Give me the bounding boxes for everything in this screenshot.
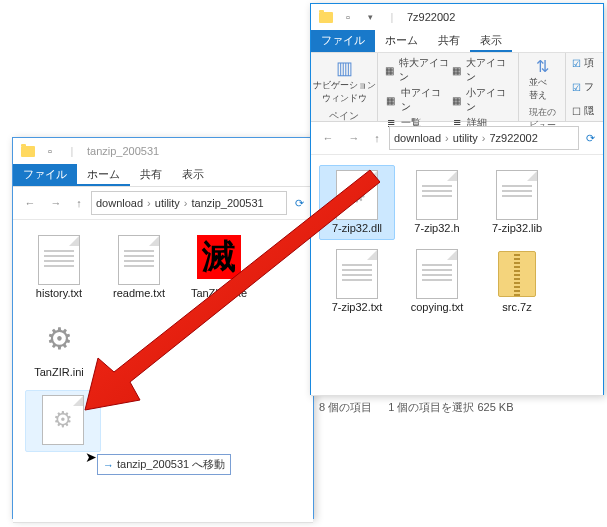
title-bar[interactable]: ▫ | tanzip_200531 xyxy=(13,138,313,164)
dll-file-icon: ⚙ xyxy=(336,170,378,220)
file-item[interactable]: 滅 TanZIR.exe xyxy=(181,230,257,305)
file-list[interactable]: history.txt readme.txt 滅 TanZIR.exe ⚙ Ta… xyxy=(13,220,313,522)
sort-icon: ⇅ xyxy=(536,57,549,76)
address-input[interactable]: download› utility› 7z922002 xyxy=(389,126,579,150)
tab-share[interactable]: 共有 xyxy=(428,30,470,52)
qat-icon[interactable]: ▫ xyxy=(39,140,61,162)
file-item[interactable]: 7-zip32.lib xyxy=(479,165,555,240)
file-item[interactable]: history.txt xyxy=(21,230,97,305)
file-item[interactable]: 7-zip32.txt xyxy=(319,244,395,319)
title-bar[interactable]: ▫ ▾ | 7z922002 xyxy=(311,4,603,30)
file-item[interactable]: readme.txt xyxy=(101,230,177,305)
tab-view[interactable]: 表示 xyxy=(470,30,512,52)
file-list[interactable]: ⚙ 7-zip32.dll 7-zip32.h 7-zip32.lib 7-zi… xyxy=(311,155,603,395)
breadcrumb-seg[interactable]: download xyxy=(394,132,441,144)
move-arrow-icon: → xyxy=(103,459,114,471)
folder-icon xyxy=(17,140,39,162)
drag-tooltip: → tanzip_200531 へ移動 xyxy=(97,454,231,475)
qat-divider: | xyxy=(61,140,83,162)
file-item[interactable]: copying.txt xyxy=(399,244,475,319)
status-count: 8 個の項目 xyxy=(319,400,372,415)
ini-file-icon: ⚙ xyxy=(35,314,83,362)
nav-forward-button[interactable]: → xyxy=(343,127,365,149)
view-s-button[interactable]: ▦小アイコン xyxy=(450,85,512,115)
status-bar: 4 個の項目 xyxy=(13,522,313,527)
address-bar: ← → ↑ download› utility› 7z922002 ⟳ xyxy=(311,122,603,155)
nav-up-button[interactable]: ↑ xyxy=(71,192,87,214)
breadcrumb-seg[interactable]: tanzip_200531 xyxy=(192,197,264,209)
qat-divider: | xyxy=(381,6,403,28)
tab-view[interactable]: 表示 xyxy=(172,164,214,186)
drag-ghost-item: ⚙ xyxy=(25,390,101,452)
nav-pane-button[interactable]: ▥ ナビゲーション ウィンドウ xyxy=(317,55,371,107)
header-file-icon xyxy=(416,170,458,220)
lib-file-icon xyxy=(496,170,538,220)
view-l-button[interactable]: ▦大アイコン xyxy=(450,55,512,85)
dll-file-icon: ⚙ xyxy=(42,395,84,445)
option-check[interactable]: ☑フ xyxy=(572,79,597,95)
status-bar: 8 個の項目 1 個の項目を選択 625 KB xyxy=(311,395,603,418)
folder-icon xyxy=(315,6,337,28)
file-item[interactable]: ⚙ 7-zip32.dll xyxy=(319,165,395,240)
sort-button[interactable]: ⇅ 並べ替え xyxy=(525,55,559,104)
breadcrumb-seg[interactable]: utility xyxy=(155,197,180,209)
tab-home[interactable]: ホーム xyxy=(77,164,130,186)
nav-up-button[interactable]: ↑ xyxy=(369,127,385,149)
tab-home[interactable]: ホーム xyxy=(375,30,428,52)
qat-icon[interactable]: ▫ xyxy=(337,6,359,28)
file-item[interactable]: 7-zip32.h xyxy=(399,165,475,240)
mouse-cursor-icon: ➤ xyxy=(85,449,97,465)
address-bar: ← → ↑ download› utility› tanzip_200531 ⟳ xyxy=(13,187,313,220)
refresh-button[interactable]: ⟳ xyxy=(291,192,307,214)
breadcrumb-seg[interactable]: 7z922002 xyxy=(490,132,538,144)
breadcrumb-seg[interactable]: download xyxy=(96,197,143,209)
tab-file[interactable]: ファイル xyxy=(311,30,375,52)
text-file-icon xyxy=(336,249,378,299)
option-check[interactable]: ☑項 xyxy=(572,55,597,71)
text-file-icon xyxy=(118,235,160,285)
tab-file[interactable]: ファイル xyxy=(13,164,77,186)
window-title: 7z922002 xyxy=(407,11,455,23)
nav-back-button[interactable]: ← xyxy=(19,192,41,214)
qat-chevron-icon[interactable]: ▾ xyxy=(359,6,381,28)
address-input[interactable]: download› utility› tanzip_200531 xyxy=(91,191,287,215)
status-selection: 1 個の項目を選択 625 KB xyxy=(388,400,513,415)
view-m-button[interactable]: ▦中アイコン xyxy=(384,85,450,115)
pane-icon: ▥ xyxy=(336,57,353,79)
option-check[interactable]: ☐隠 xyxy=(572,103,597,119)
refresh-button[interactable]: ⟳ xyxy=(583,127,597,149)
text-file-icon xyxy=(416,249,458,299)
archive-file-icon xyxy=(498,251,536,297)
file-item[interactable]: ⚙ TanZIR.ini xyxy=(21,309,97,384)
explorer-window-front: ▫ ▾ | 7z922002 ファイル ホーム 共有 表示 ▥ ナビゲーション … xyxy=(310,3,604,395)
text-file-icon xyxy=(38,235,80,285)
file-item[interactable]: src.7z xyxy=(479,244,555,319)
ribbon: ▥ ナビゲーション ウィンドウ ペイン ▦特大アイコン ▦大アイコン ▦中アイコ… xyxy=(311,53,603,122)
menu-bar: ファイル ホーム 共有 表示 xyxy=(311,30,603,53)
tab-share[interactable]: 共有 xyxy=(130,164,172,186)
window-title: tanzip_200531 xyxy=(87,145,159,157)
breadcrumb-seg[interactable]: utility xyxy=(453,132,478,144)
nav-forward-button[interactable]: → xyxy=(45,192,67,214)
view-xl-button[interactable]: ▦特大アイコン xyxy=(384,55,450,85)
menu-bar: ファイル ホーム 共有 表示 xyxy=(13,164,313,187)
nav-back-button[interactable]: ← xyxy=(317,127,339,149)
app-exe-icon: 滅 xyxy=(197,235,241,279)
